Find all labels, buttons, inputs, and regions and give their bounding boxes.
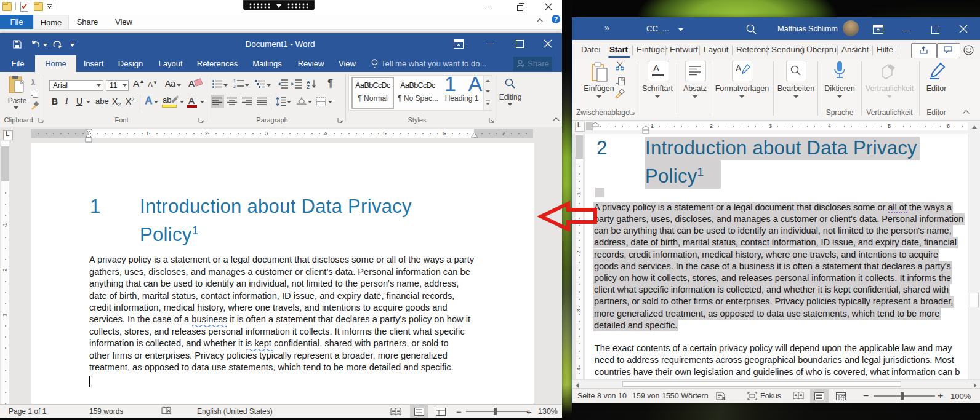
svg-text:2: 2 bbox=[233, 84, 236, 89]
svg-text:Z: Z bbox=[307, 84, 310, 90]
svg-text:1: 1 bbox=[233, 79, 236, 83]
